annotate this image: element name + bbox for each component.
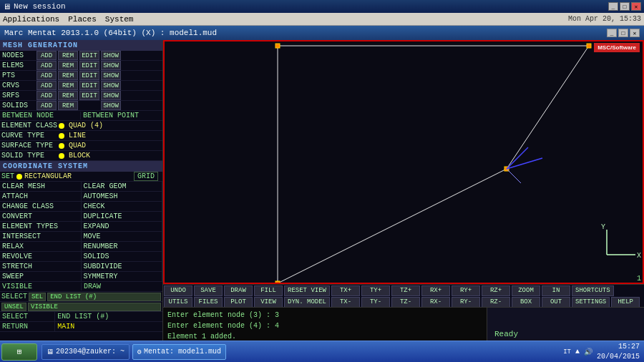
action-check[interactable]: CHECK	[82, 202, 163, 212]
draw-btn[interactable]: DRAW	[82, 283, 162, 290]
elems-rem[interactable]: REM	[58, 61, 78, 70]
action-change-class[interactable]: CHANGE CLASS	[0, 202, 82, 212]
solids-add[interactable]: ADD	[36, 101, 57, 110]
action-attach[interactable]: ATTACH	[0, 192, 82, 202]
btn-in[interactable]: IN	[542, 285, 570, 296]
action-convert[interactable]: CONVERT	[0, 212, 82, 222]
action-solids[interactable]: SOLIDS	[82, 252, 163, 262]
action-clear-mesh[interactable]: CLEAR MESH	[0, 182, 82, 192]
elems-show[interactable]: SHOW	[101, 61, 121, 70]
coord-rectangular[interactable]: RECTANGULAR	[24, 172, 134, 180]
srfs-edit[interactable]: EDIT	[79, 91, 99, 100]
curve-type-radio[interactable]	[59, 133, 64, 139]
tray-sound[interactable]: 🔊	[584, 348, 592, 356]
btn-ry-minus[interactable]: RY-	[452, 297, 480, 308]
crvs-rem[interactable]: REM	[58, 81, 78, 90]
taskbar-item-mentat[interactable]: ⚙ Mentat: model1.mud	[132, 344, 226, 360]
close-button[interactable]: ✕	[631, 2, 641, 11]
nodes-show[interactable]: SHOW	[101, 51, 121, 60]
action-stretch[interactable]: STRETCH	[0, 262, 82, 272]
srfs-add[interactable]: ADD	[36, 91, 57, 100]
crvs-show[interactable]: SHOW	[101, 81, 121, 90]
between-point[interactable]: BETWEEN POINT	[81, 112, 139, 119]
btn-ty-minus[interactable]: TY-	[361, 297, 390, 308]
srfs-show[interactable]: SHOW	[101, 91, 121, 100]
elems-edit[interactable]: EDIT	[79, 61, 99, 70]
pts-add[interactable]: ADD	[36, 71, 57, 80]
action-intersect[interactable]: INTERSECT	[0, 232, 82, 242]
btn-box[interactable]: BOX	[512, 297, 540, 308]
btn-out[interactable]: OUT	[542, 297, 570, 308]
btn-tz-plus[interactable]: TZ+	[391, 285, 420, 296]
btn-tx-plus[interactable]: TX+	[331, 285, 360, 296]
return-button[interactable]: RETURN	[0, 322, 55, 331]
action-sweep[interactable]: SWEEP	[0, 272, 82, 282]
between-node[interactable]: BETWEEN NODE	[0, 112, 81, 119]
solids-rem[interactable]: REM	[58, 101, 78, 110]
btn-undo[interactable]: UNDO	[164, 285, 192, 296]
action-subdivide[interactable]: SUBDIVIDE	[82, 262, 163, 272]
btn-view[interactable]: VIEW	[254, 297, 283, 308]
taskbar-item-terminal[interactable]: 🖥 202304@zauker: ~	[42, 344, 130, 360]
btn-dyn-model[interactable]: DYN. MODEL	[284, 297, 330, 308]
pts-edit[interactable]: EDIT	[79, 71, 99, 80]
solid-type-radio[interactable]	[59, 153, 64, 159]
nodes-rem[interactable]: REM	[58, 51, 78, 60]
btn-ry-plus[interactable]: RY+	[452, 285, 480, 296]
crvs-add[interactable]: ADD	[36, 81, 57, 90]
marc-minimize[interactable]: _	[607, 29, 617, 37]
action-clear-geom[interactable]: CLEAR GEOM	[82, 182, 163, 192]
visible-unsel-button[interactable]: VISIBLE	[28, 303, 161, 311]
btn-utils[interactable]: UTILS	[164, 297, 192, 308]
btn-zoom[interactable]: ZOOM	[512, 285, 540, 296]
elems-add[interactable]: ADD	[36, 61, 57, 70]
btn-shortcuts[interactable]: SHORTCUTS	[572, 285, 614, 296]
select-bottom-label[interactable]: SELECT	[0, 312, 55, 321]
action-renumber[interactable]: RENUMBER	[82, 242, 163, 252]
btn-tx-minus[interactable]: TX-	[331, 297, 360, 308]
btn-help[interactable]: HELP	[611, 297, 640, 308]
main-button[interactable]: MAIN	[55, 322, 162, 331]
element-class-radio[interactable]	[59, 123, 64, 129]
marc-maximize[interactable]: □	[618, 29, 628, 37]
surface-type-radio[interactable]	[59, 143, 64, 149]
action-duplicate[interactable]: DUPLICATE	[82, 212, 163, 222]
action-revolve[interactable]: REVOLVE	[0, 252, 82, 262]
coord-set[interactable]: SET	[1, 172, 16, 180]
tray-arrow[interactable]: ▲	[575, 348, 580, 356]
action-automesh[interactable]: AUTOMESH	[82, 192, 163, 202]
menu-places[interactable]: Places	[68, 15, 97, 24]
sel-button[interactable]: SEL	[29, 293, 46, 301]
pts-show[interactable]: SHOW	[101, 71, 121, 80]
marc-close[interactable]: ✕	[630, 29, 640, 37]
action-move[interactable]: MOVE	[82, 232, 163, 242]
btn-rx-plus[interactable]: RX+	[421, 285, 450, 296]
btn-draw[interactable]: DRAW	[224, 285, 253, 296]
coord-radio[interactable]	[16, 174, 22, 180]
srfs-rem[interactable]: REM	[58, 91, 78, 100]
btn-files[interactable]: FILES	[194, 297, 223, 308]
crvs-edit[interactable]: EDIT	[79, 81, 99, 90]
nodes-edit[interactable]: EDIT	[79, 51, 99, 60]
maximize-button[interactable]: □	[620, 2, 630, 11]
btn-settings[interactable]: SETTINGS	[572, 297, 610, 308]
btn-rz-minus[interactable]: RZ-	[482, 297, 510, 308]
pts-rem[interactable]: REM	[58, 71, 78, 80]
btn-fill[interactable]: FILL	[254, 285, 283, 296]
btn-save[interactable]: SAVE	[194, 285, 223, 296]
action-relax[interactable]: RELAX	[0, 242, 82, 252]
visible-btn[interactable]: VISIBLE	[0, 283, 82, 290]
menu-system[interactable]: System	[105, 15, 134, 24]
coord-grid[interactable]: GRID	[134, 172, 158, 181]
btn-reset-view[interactable]: RESET VIEW	[284, 285, 330, 296]
unsel-button[interactable]: UNSEL	[1, 303, 26, 311]
menu-applications[interactable]: Applications	[3, 15, 59, 24]
btn-ty-plus[interactable]: TY+	[361, 285, 390, 296]
btn-tz-minus[interactable]: TZ-	[391, 297, 420, 308]
end-list-bottom[interactable]: END LIST (#)	[55, 312, 162, 321]
btn-rx-minus[interactable]: RX-	[421, 297, 450, 308]
end-list-button[interactable]: END LIST (#)	[47, 293, 161, 301]
btn-plot[interactable]: PLOT	[224, 297, 253, 308]
nodes-add[interactable]: ADD	[36, 51, 57, 60]
action-expand[interactable]: EXPAND	[82, 222, 163, 232]
